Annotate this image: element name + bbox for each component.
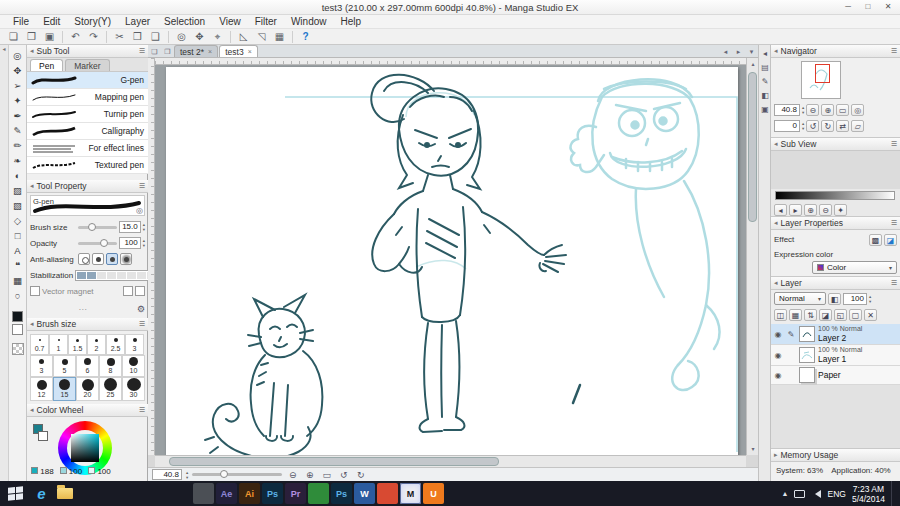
pen-item-textured[interactable]: Textured pen bbox=[27, 157, 148, 174]
open-document-icon[interactable]: ❐ bbox=[23, 30, 40, 44]
taskbar-illustrator[interactable]: Ai bbox=[239, 483, 260, 504]
layer-row-layer2[interactable]: ◉ ✎ 100 % Normal Layer 2 bbox=[771, 324, 900, 345]
zoom-icon[interactable]: ◎ bbox=[173, 30, 190, 44]
vector-magnet-option-box[interactable] bbox=[135, 286, 145, 296]
eyedropper-tool[interactable]: ✦ bbox=[10, 93, 26, 108]
language-indicator[interactable]: ENG bbox=[827, 489, 845, 499]
new-folder-icon[interactable]: ▦ bbox=[789, 309, 802, 321]
start-button[interactable] bbox=[0, 481, 30, 506]
snap-ruler-icon[interactable]: ◺ bbox=[235, 30, 252, 44]
info-icon[interactable]: ▣ bbox=[759, 103, 771, 117]
opacity-stepper[interactable]: ▴▾ bbox=[143, 238, 145, 248]
layer-visibility-icon[interactable]: ◉ bbox=[773, 371, 783, 380]
navigator-thumbnail[interactable] bbox=[801, 61, 841, 99]
brush-size-cell[interactable]: 2.5 bbox=[106, 334, 125, 355]
brush-size-cell[interactable]: 2 bbox=[87, 334, 106, 355]
taskbar-after-effects[interactable]: Ae bbox=[216, 483, 237, 504]
network-icon[interactable] bbox=[794, 490, 805, 498]
taskbar-premiere[interactable]: Pr bbox=[285, 483, 306, 504]
rotate-right-icon[interactable]: ↻ bbox=[354, 470, 367, 480]
taskbar-word[interactable]: W bbox=[354, 483, 375, 504]
brush-size-cell[interactable]: 0.7 bbox=[30, 334, 49, 355]
menu-view[interactable]: View bbox=[212, 15, 248, 28]
menu-layer[interactable]: Layer bbox=[118, 15, 157, 28]
subview-zoom-in-icon[interactable]: ⊕ bbox=[804, 204, 817, 216]
pencil-tool[interactable]: ✎ bbox=[10, 123, 26, 138]
airbrush-tool[interactable]: ❧ bbox=[10, 153, 26, 168]
sub-tool-header[interactable]: ◂ Sub Tool ☰ bbox=[27, 45, 148, 58]
taskbar-internet-explorer[interactable]: e bbox=[31, 483, 52, 504]
panel-menu-icon[interactable]: ☰ bbox=[891, 219, 897, 227]
brush-size-cell[interactable]: 10 bbox=[122, 355, 145, 377]
tab-marker[interactable]: Marker bbox=[65, 59, 109, 71]
panel-menu-icon[interactable]: ☰ bbox=[139, 406, 145, 414]
volume-icon[interactable] bbox=[811, 490, 821, 498]
tab-menu-icon[interactable]: ▾ bbox=[745, 46, 758, 57]
layer-opacity-icon[interactable]: ◧ bbox=[828, 293, 841, 305]
tab-pen[interactable]: Pen bbox=[30, 59, 63, 71]
transfer-layer-icon[interactable]: ⇅ bbox=[804, 309, 817, 321]
brush-size-cell[interactable]: 3 bbox=[30, 355, 53, 377]
prev-image-icon[interactable]: ◂ bbox=[774, 204, 787, 216]
combine-layer-icon[interactable]: ◪ bbox=[819, 309, 832, 321]
color-wheel-header[interactable]: ◂ Color Wheel ☰ bbox=[27, 404, 148, 417]
taskbar-clock[interactable]: 7:23 AM 5/4/2014 bbox=[852, 484, 885, 504]
reset-view-icon[interactable]: ▱ bbox=[851, 120, 864, 132]
gradient-tool[interactable]: ◇ bbox=[10, 213, 26, 228]
brush-size-cell[interactable]: 12 bbox=[30, 377, 53, 401]
brush-size-cell[interactable]: 1 bbox=[49, 334, 68, 355]
flip-horizontal-icon[interactable]: ⇄ bbox=[836, 120, 849, 132]
show-desktop-button[interactable] bbox=[891, 481, 897, 506]
menu-help[interactable]: Help bbox=[334, 15, 369, 28]
help-icon[interactable]: ? bbox=[297, 30, 314, 44]
sub-view-header[interactable]: ◂ Sub View ☰ bbox=[771, 138, 900, 151]
menu-file[interactable]: File bbox=[6, 15, 36, 28]
opacity-slider[interactable] bbox=[78, 242, 117, 245]
collapse-icon[interactable]: ◂ bbox=[774, 279, 778, 287]
left-dock-collapse-strip[interactable]: ◂ bbox=[0, 45, 9, 481]
stabilization-control[interactable] bbox=[75, 270, 148, 281]
quick-access-icon[interactable]: ▤ bbox=[759, 61, 771, 75]
navigator-rotate-stepper[interactable]: ▴▾ bbox=[802, 121, 804, 131]
collapse-icon[interactable]: ◂ bbox=[30, 320, 34, 328]
magnifier-icon[interactable]: ◎ bbox=[136, 206, 143, 215]
nav-zoom-out-icon[interactable]: ⊖ bbox=[806, 104, 819, 116]
menu-story[interactable]: Story(Y) bbox=[67, 15, 118, 28]
collapse-icon[interactable]: ◂ bbox=[30, 182, 34, 190]
nav-fit-icon[interactable]: ▭ bbox=[836, 104, 849, 116]
brush-size-stepper[interactable]: ▴▾ bbox=[143, 222, 145, 232]
vertical-scroll-thumb[interactable] bbox=[748, 72, 757, 222]
snap-special-ruler-icon[interactable]: ◹ bbox=[253, 30, 270, 44]
layer-color-effect-icon[interactable]: ◪ bbox=[884, 234, 897, 246]
brush-size-cell[interactable]: 3 bbox=[125, 334, 144, 355]
taskbar-app-red[interactable] bbox=[377, 483, 398, 504]
delete-layer-icon[interactable]: ✕ bbox=[864, 309, 877, 321]
navigator-zoom-value[interactable]: 40.8 bbox=[774, 104, 800, 116]
layer-row-paper[interactable]: ◉ Paper bbox=[771, 366, 900, 385]
layer-row-layer1[interactable]: ◉ 100 % Normal Layer 1 bbox=[771, 345, 900, 366]
brush-size-cell[interactable]: 5 bbox=[53, 355, 76, 377]
navigator-view-rectangle[interactable] bbox=[815, 64, 830, 83]
brush-size-cell[interactable]: 30 bbox=[122, 377, 145, 401]
fit-to-screen-icon[interactable]: ▭ bbox=[320, 470, 333, 480]
fill-tool[interactable]: ▧ bbox=[10, 198, 26, 213]
transparent-color-swatch[interactable] bbox=[12, 343, 24, 355]
rotate-cw-icon[interactable]: ↻ bbox=[821, 120, 834, 132]
horizontal-scroll-thumb[interactable] bbox=[169, 457, 499, 466]
navigator-rotate-value[interactable]: 0 bbox=[774, 120, 800, 132]
layer-visibility-icon[interactable]: ◉ bbox=[773, 330, 783, 339]
menu-edit[interactable]: Edit bbox=[36, 15, 67, 28]
taskbar-app-orange[interactable]: U bbox=[423, 483, 444, 504]
layer-visibility-icon[interactable]: ◉ bbox=[773, 351, 783, 360]
frame-border-tool[interactable]: ▦ bbox=[10, 273, 26, 288]
pen-item-calligraphy[interactable]: Calligraphy bbox=[27, 123, 148, 140]
memory-usage-header[interactable]: ▸ Memory Usage bbox=[771, 449, 900, 462]
cut-icon[interactable]: ✂ bbox=[111, 30, 128, 44]
panel-menu-icon[interactable]: ☰ bbox=[139, 320, 145, 328]
pen-item-turnip[interactable]: Turnip pen bbox=[27, 106, 148, 123]
canvas-page[interactable] bbox=[166, 67, 738, 455]
sub-view-gradient-bar[interactable] bbox=[775, 191, 895, 200]
new-layer-icon[interactable]: ◫ bbox=[774, 309, 787, 321]
scroll-tabs-left-icon[interactable]: ◂ bbox=[719, 46, 732, 57]
mask-layer-icon[interactable]: ◱ bbox=[834, 309, 847, 321]
